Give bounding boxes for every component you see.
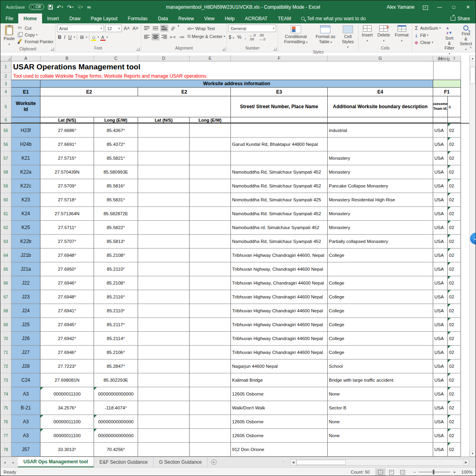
cell-worksite-id[interactable]: K24 [12,207,40,221]
cell-lng[interactable]: 85.4372° [94,138,138,151]
row-header[interactable]: 5 [0,96,12,117]
cell-team-id[interactable]: USA [433,124,448,138]
row-header[interactable]: 64 [0,249,12,262]
cell-lat[interactable]: 27.5718° [40,193,94,207]
cell-lat[interactable]: 27.6945° [40,318,94,332]
column-header-d[interactable]: D [138,55,190,61]
vertical-scroll-thumb[interactable] [470,67,475,84]
cell-lng2[interactable] [190,290,231,304]
cell-lat2[interactable] [138,193,190,207]
row-header[interactable]: 75 [0,401,12,415]
sheet-nav-left-icon[interactable]: ◂ [0,457,9,467]
header-street[interactable]: Street/ Street Number, Place Name [231,96,328,117]
cell-lng2[interactable] [190,207,231,221]
align-right-button[interactable] [160,33,168,40]
cell-lat2[interactable] [138,276,190,290]
cell-team-num[interactable]: 02 [448,124,461,138]
cell-street[interactable]: Namobuddha Rd, Simalchaur Syampati 452 [231,235,328,249]
header-description[interactable]: Additional Worksite boundary description [328,96,433,117]
cell-street[interactable]: Tribhuvan Highway, Chandragiri 44600 Nep… [231,276,328,290]
cell-team-num[interactable]: 02 [448,415,461,429]
save-button[interactable] [48,5,53,10]
cell-lat[interactable]: 27.6946° [40,276,94,290]
header-lng-2[interactable]: Long (E/W) [190,117,231,123]
row-header[interactable]: 62 [0,221,12,235]
cell-description[interactable]: College [328,304,433,318]
cell-description[interactable]: Pancake Collapse Monastery [328,179,433,193]
cell-worksite-id[interactable]: J22 [12,276,40,290]
cell-street[interactable]: Namobuddha Rd, Simalchaur Syampati 452 [231,165,328,179]
cell-description[interactable]: Monastery [328,151,433,165]
autosave-toggle[interactable]: Off [29,4,44,10]
percent-style-button[interactable]: % [237,34,242,40]
cell-description[interactable]: Monastery [328,165,433,179]
cell-description[interactable]: School [328,359,433,373]
cell-description[interactable] [328,262,433,276]
horizontal-scrollbar[interactable]: ◀ ▶ [290,459,469,466]
cell-lat2[interactable] [138,165,190,179]
cell-lng[interactable]: 85.5822° [94,221,138,235]
column-header-b[interactable]: B [40,55,94,61]
cell-team-id[interactable]: USA [433,318,448,332]
cell-worksite-id[interactable]: K25 [12,221,40,235]
row-header[interactable]: 61 [0,207,12,221]
sheet-tab-ef-guidance[interactable]: E&F Section Guidance [94,457,154,467]
customize-qat-button[interactable]: ≂ [86,4,91,10]
font-name-combobox[interactable]: Arial▾ [57,25,104,32]
cell-team-id[interactable]: USA [433,304,448,318]
align-bottom-button[interactable] [160,25,168,32]
cell-description[interactable]: College [328,318,433,332]
tab-page-layout[interactable]: Page Layout [86,13,123,23]
cell-street[interactable]: Tribhuvan Highway Chandragiri 44600 Nepa… [231,318,328,332]
format-painter-button[interactable]: Format Painter [18,38,54,45]
cell-team-num[interactable]: 02 [448,387,461,401]
tab-team[interactable]: TEAM [273,13,296,23]
tab-acrobat[interactable]: ACROBAT [240,13,273,23]
cell-lng2[interactable] [190,151,231,165]
cell-lng2[interactable] [190,165,231,179]
cell-description[interactable]: Monastery Residential High Rise [328,193,433,207]
row-header[interactable]: 72 [0,359,12,373]
cell-lat[interactable]: 27.6942° [40,332,94,346]
cell-lng2[interactable] [190,401,231,415]
cell-lng2[interactable] [190,415,231,429]
cell-team-num[interactable]: 02 [448,429,461,443]
cell-lat2[interactable] [138,443,190,457]
cell-lng[interactable]: 00000000000000 [94,415,138,429]
cell-description[interactable]: Monastery [328,207,433,221]
cell[interactable] [433,61,461,73]
maximize-button[interactable]: □ [450,4,457,10]
cell[interactable] [448,117,461,123]
cell-lat[interactable]: 27.570439N [40,165,94,179]
cell-styles-button[interactable]: Cell Styles ▾ [339,25,357,50]
share-button[interactable]: Share [451,13,476,23]
cell-description[interactable]: Monastery [328,221,433,235]
conditional-formatting-button[interactable]: Conditional Formatting ▾ [280,25,312,45]
row-header[interactable]: 60 [0,193,12,207]
font-size-combobox[interactable]: 12▾ [105,25,122,32]
cell[interactable] [433,80,461,88]
alignment-dialog-launcher[interactable] [222,48,225,51]
row-header[interactable]: 74 [0,387,12,401]
cell-lng2[interactable] [190,332,231,346]
number-dialog-launcher[interactable] [273,48,276,51]
cell[interactable] [433,73,461,80]
row-header[interactable]: 6 [0,117,12,123]
sheet-tab-usar-ops[interactable]: USAR Ops Management tool [18,457,94,467]
cell-description[interactable]: College [328,249,433,262]
cell-lng2[interactable] [190,138,231,151]
cell-team-num[interactable]: 02 [448,304,461,318]
cell-lat2[interactable] [138,373,190,387]
orientation-button[interactable]: ab [169,25,177,32]
cell-team-id[interactable]: USA [433,193,448,207]
cell-team-num[interactable]: 02 [448,193,461,207]
cell-team-num[interactable]: 02 [448,332,461,346]
cell[interactable] [40,96,231,117]
normal-view-button[interactable] [375,468,386,476]
cell-lng[interactable]: 00000000000000 [94,387,138,401]
cell-team-id[interactable]: USA [433,165,448,179]
cell-lng[interactable]: 85.302293E [94,373,138,387]
cell-team-num[interactable]: 02 [448,359,461,373]
minimize-button[interactable]: — [436,4,443,10]
cell-lat[interactable]: 27.5711° [40,221,94,235]
